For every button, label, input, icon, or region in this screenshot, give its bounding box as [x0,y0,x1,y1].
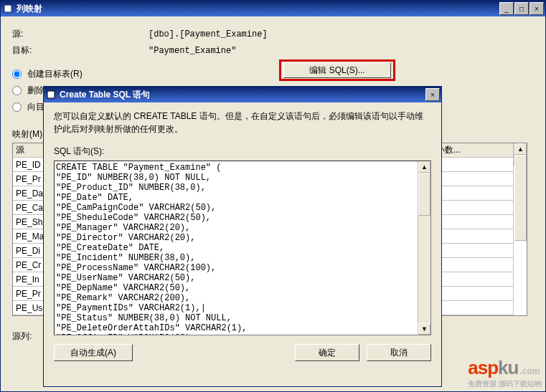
target-value: "Payment_Examine" [149,46,236,56]
auto-generate-button[interactable]: 自动生成(A) [54,344,133,361]
append-radio[interactable] [12,102,22,112]
scroll-up-icon[interactable]: ▲ [514,143,527,155]
table-row[interactable]: PE_Di [13,244,46,258]
app-icon [2,3,14,14]
dialog-icon [45,89,57,100]
scroll-thumb[interactable] [418,173,430,216]
dialog-info-text: 您可以自定义默认的 CREATE TABLE 语句。但是，在自定义该语句后，必须… [54,110,431,135]
table-row[interactable] [433,229,514,244]
scroll-up-icon[interactable]: ▲ [418,161,430,173]
watermark-logo: aspku.com 免费资源 源码下载站哟 [468,357,542,389]
edit-sql-button[interactable]: 编辑 SQL(S)... [283,62,391,78]
create-table-radio[interactable] [12,70,22,79]
sql-textarea-wrap: ▲ ▼ [54,161,431,335]
table-row[interactable]: PE_Us [13,301,46,315]
dialog-titlebar: Create Table SQL 语句 × [44,87,441,102]
source-value: [dbo].[Payment_Examine] [149,29,268,39]
table-row[interactable]: PE_Sh [13,215,46,229]
svg-rect-1 [47,91,55,98]
cancel-button[interactable]: 取消 [367,344,431,361]
create-table-sql-dialog: Create Table SQL 语句 × 您可以自定义默认的 CREATE T… [43,86,442,387]
table-scrollbar[interactable]: ▲ ▼ [514,143,527,166]
table-row[interactable] [433,287,514,301]
main-titlebar: 列映射 _ □ × [1,1,545,16]
append-label: 向目 [27,101,44,113]
table-row[interactable]: PE_Cr [13,258,46,272]
src-header: 源 [13,143,46,158]
edit-sql-highlight: 编辑 SQL(S)... [279,59,395,81]
table-row[interactable]: PE_Ma [13,229,46,244]
table-row[interactable]: PE_In [13,272,46,287]
table-row[interactable] [433,272,514,287]
scroll-thumb[interactable] [514,155,527,241]
ok-button[interactable]: 确定 [295,344,359,361]
mapping-label: 映射(M): [12,128,44,140]
delete-radio[interactable] [12,86,22,95]
maximize-button[interactable]: □ [514,2,529,15]
delete-label: 删除 [27,85,44,97]
table-row[interactable] [433,258,514,272]
table-row[interactable]: PE_Pr [13,172,46,186]
table-row[interactable]: PE_ID [13,158,46,172]
table-row[interactable]: PE_Pr [13,287,46,301]
table-row[interactable] [433,186,514,201]
table-row[interactable] [433,215,514,229]
sql-statement-label: SQL 语句(S): [54,145,431,158]
close-button[interactable]: × [529,2,544,15]
table-row[interactable]: 0 [433,158,514,172]
dialog-close-button[interactable]: × [425,88,440,101]
source-column-label: 源列: [12,330,32,343]
source-column-strip: 源 PE_ID PE_Pr PE_Da PE_Ca PE_Sh PE_Ma PE… [12,143,47,316]
create-table-label: 创建目标表(R) [27,68,83,80]
table-row[interactable] [433,244,514,258]
svg-rect-0 [4,5,11,12]
table-row[interactable]: 0 [433,172,514,186]
source-label: 源: [12,28,77,40]
decimal-column-strip: 小数... 0 0 ▲ ▼ [433,143,527,316]
dialog-title: Create Table SQL 语句 [60,89,425,101]
scroll-down-icon[interactable]: ▼ [418,323,430,335]
table-row[interactable] [433,301,514,315]
target-label: 目标: [12,44,77,57]
minimize-button[interactable]: _ [499,2,514,15]
table-row[interactable]: PE_Ca [13,201,46,215]
table-row[interactable]: PE_Da [13,186,46,201]
main-title: 列映射 [17,3,499,15]
sql-scrollbar[interactable]: ▲ ▼ [418,161,430,335]
sql-textarea[interactable] [55,161,418,335]
table-row[interactable] [433,201,514,215]
dec-header: 小数... [433,143,514,158]
